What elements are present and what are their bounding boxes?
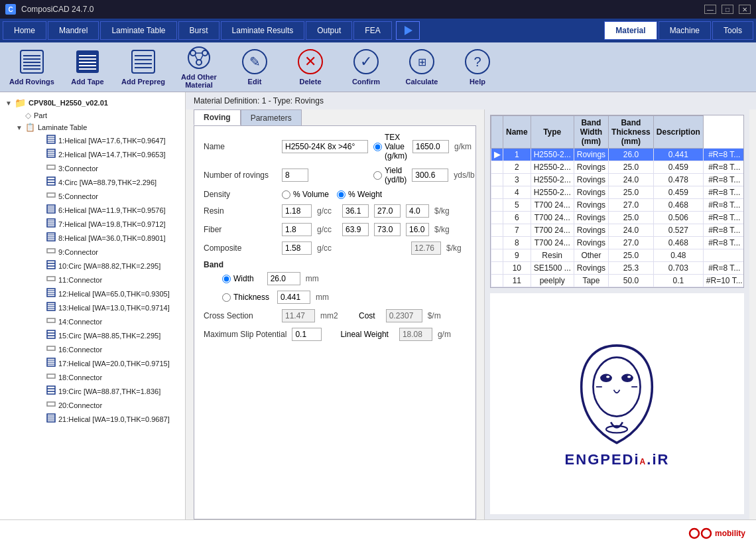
col-name: Name xyxy=(503,116,531,149)
mat-table-row-9[interactable]: 9 Resin Other 25.0 0.48 xyxy=(491,249,745,262)
sidebar-item-10[interactable]: 10:Circ [WA=88.82,THK=2.295] xyxy=(34,259,182,273)
resin-pct-input[interactable] xyxy=(342,204,369,218)
nav-output[interactable]: Output xyxy=(306,21,352,40)
sidebar-item-13[interactable]: 13:Helical [WA=13.0,THK=0.9714] xyxy=(34,301,182,314)
sidebar-item-12[interactable]: 12:Helical [WA=65.0,THK=0.9305] xyxy=(34,287,182,301)
tree-part-item[interactable]: ◇ Part xyxy=(13,109,182,121)
tex-input[interactable] xyxy=(412,140,449,153)
fiber-cost-input[interactable] xyxy=(406,223,429,236)
pct-volume-label[interactable]: % Volume xyxy=(282,190,329,199)
sidebar-item-17[interactable]: 17:Helical [WA=20.0,THK=0.9715] xyxy=(34,356,182,370)
nav-laminate-table[interactable]: Laminate Table xyxy=(100,21,176,40)
mat-table-row-2[interactable]: 2 H2550-2... Rovings 25.0 0.459 #R=8 T..… xyxy=(491,161,745,174)
sidebar-item-3[interactable]: 3:Connector xyxy=(34,161,182,175)
band-width-radio[interactable] xyxy=(222,275,231,283)
sidebar-item-label-7: 7:Helical [WA=19.8,THK=0.9712] xyxy=(58,220,166,228)
tree-root-item[interactable]: ▼ 📁 CPV80L_H2550_v02.01 xyxy=(3,96,182,109)
nav-tools[interactable]: Tools xyxy=(712,21,753,40)
resin-cost-input[interactable] xyxy=(406,204,429,218)
nav-fea[interactable]: FEA xyxy=(353,21,391,40)
mat-table-row-3[interactable]: 3 H2550-2... Rovings 24.0 0.478 #R=8 T..… xyxy=(491,174,745,186)
band-thickness-radio[interactable] xyxy=(222,293,231,302)
band-thickness-radio-label[interactable]: Thickness xyxy=(222,293,269,302)
pct-weight-label[interactable]: % Weight xyxy=(337,190,382,199)
max-slip-label: Maximum Slip Potential xyxy=(204,330,286,339)
yield-radio-label[interactable]: Yield (yd/lb) xyxy=(373,166,407,184)
mat-table-row-11[interactable]: 11 peelply Tape 50.0 0.1 #R=10 T... xyxy=(491,275,745,287)
fiber-pct-input[interactable] xyxy=(342,223,369,236)
mat-table-row-5[interactable]: 5 T700 24... Rovings 27.0 0.468 #R=8 T..… xyxy=(491,199,745,212)
max-slip-input[interactable] xyxy=(292,328,322,341)
confirm-button[interactable]: ✓ Confirm xyxy=(340,46,393,89)
nav-machine[interactable]: Machine xyxy=(659,21,711,40)
sidebar-item-21[interactable]: 21:Helical [WA=19.0,THK=0.9687] xyxy=(34,412,182,426)
sidebar-item-18[interactable]: 18:Connector xyxy=(34,370,182,384)
nav-material[interactable]: Material xyxy=(604,21,657,40)
sidebar-item-9[interactable]: 9:Connector xyxy=(34,245,182,259)
mat-table-row-8[interactable]: 8 T700 24... Rovings 27.0 0.468 #R=8 T..… xyxy=(491,237,745,249)
sidebar-item-icon-3 xyxy=(46,163,56,174)
band-width-input[interactable] xyxy=(267,272,300,285)
sidebar-item-19[interactable]: 19:Circ [WA=88.87,THK=1.836] xyxy=(34,384,182,398)
sidebar-item-16[interactable]: 16:Connector xyxy=(34,342,182,356)
minimize-button[interactable]: — xyxy=(704,5,716,14)
nav-laminate-results[interactable]: Laminate Results xyxy=(221,21,305,40)
band-width-radio-label[interactable]: Width xyxy=(222,274,254,283)
yield-radio[interactable] xyxy=(373,171,382,180)
sidebar-item-4[interactable]: 4:Circ [WA=88.79,THK=2.296] xyxy=(34,175,182,189)
sidebar-item-7[interactable]: 7:Helical [WA=19.8,THK=0.9712] xyxy=(34,217,182,231)
row-desc: #R=8 T... xyxy=(703,161,744,174)
row-type: Other xyxy=(574,249,608,262)
edit-button[interactable]: ✎ Edit xyxy=(228,46,281,89)
sidebar-item-20[interactable]: 20:Connector xyxy=(34,398,182,412)
mat-table-row-7[interactable]: 7 T700 24... Rovings 24.0 0.527 #R=8 T..… xyxy=(491,224,745,237)
sidebar-item-15[interactable]: 15:Circ [WA=88.85,THK=2.295] xyxy=(34,328,182,342)
nav-mandrel[interactable]: Mandrel xyxy=(48,21,99,40)
add-prepreg-button[interactable]: Add Prepreg xyxy=(117,46,170,89)
tab-roving[interactable]: Roving xyxy=(194,109,241,125)
add-other-material-label: Add Other Material xyxy=(175,73,223,89)
cost-output xyxy=(386,309,422,322)
sidebar-item-14[interactable]: 14:Connector xyxy=(34,314,182,328)
row-bt: 0.441 xyxy=(653,149,703,161)
calculate-button[interactable]: ⊞ Calculate xyxy=(395,46,448,89)
tex-radio-label[interactable]: TEX Value (g/km) xyxy=(373,133,407,161)
sidebar-item-5[interactable]: 5:Connector xyxy=(34,189,182,203)
pct-weight-radio[interactable] xyxy=(337,190,346,199)
nav-burst[interactable]: Burst xyxy=(178,21,220,40)
sidebar-item-6[interactable]: 6:Helical [WA=11.9,THK=0.9576] xyxy=(34,203,182,217)
mat-table-row-10[interactable]: 10 SE1500 ... Rovings 25.3 0.703 #R=8 T.… xyxy=(491,262,745,275)
num-rovings-input[interactable] xyxy=(282,169,308,182)
band-thickness-input[interactable] xyxy=(277,291,310,304)
tex-radio[interactable] xyxy=(373,143,382,151)
resin-pct2-input[interactable] xyxy=(374,204,401,218)
help-button[interactable]: ? Help xyxy=(451,46,504,89)
add-tape-button[interactable]: Add Tape xyxy=(61,46,114,89)
row-type: Rovings xyxy=(574,186,608,199)
name-input[interactable] xyxy=(282,140,368,153)
sidebar-item-1[interactable]: 1:Helical [WA=17.6,THK=0.9647] xyxy=(34,133,182,147)
svg-rect-73 xyxy=(47,386,55,394)
mat-table-row-6[interactable]: 6 T700 24... Rovings 25.0 0.506 #R=8 T..… xyxy=(491,212,745,224)
add-other-material-button[interactable]: Add Other Material xyxy=(172,46,225,89)
add-rovings-button[interactable]: Add Rovings xyxy=(5,46,58,89)
run-button[interactable] xyxy=(396,21,420,40)
tree-laminate-item[interactable]: ▼ 📋 Laminate Table xyxy=(13,121,182,133)
maximize-button[interactable]: □ xyxy=(722,5,733,14)
sidebar-item-8[interactable]: 8:Helical [WA=36.0,THK=0.8901] xyxy=(34,231,182,245)
pct-volume-radio[interactable] xyxy=(282,190,290,199)
delete-button[interactable]: ✕ Delete xyxy=(284,46,337,89)
sidebar-item-11[interactable]: 11:Connector xyxy=(34,273,182,287)
fiber-pct2-input[interactable] xyxy=(374,223,401,236)
mat-table-row-1[interactable]: ▶ 1 H2550-2... Rovings 26.0 0.441 #R=8 T… xyxy=(491,149,745,161)
resin-gcc-input[interactable] xyxy=(282,204,312,218)
close-button[interactable]: ✕ xyxy=(739,5,751,14)
mat-table-row-4[interactable]: 4 H2550-2... Rovings 25.0 0.459 #R=8 T..… xyxy=(491,186,745,199)
sidebar-item-2[interactable]: 2:Helical [WA=14.7,THK=0.9653] xyxy=(34,147,182,161)
yield-input[interactable] xyxy=(412,169,448,182)
fiber-gcc-input[interactable] xyxy=(282,223,312,236)
tab-parameters[interactable]: Parameters xyxy=(241,109,302,125)
nav-home[interactable]: Home xyxy=(3,21,46,40)
composite-gcc-input[interactable] xyxy=(282,241,312,255)
tex-label: TEX Value (g/km) xyxy=(385,133,407,161)
